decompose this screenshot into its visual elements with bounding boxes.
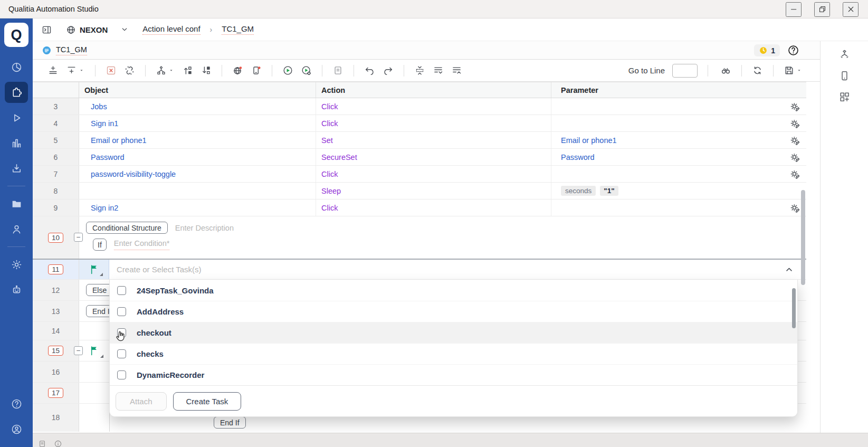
chevron-down-icon[interactable]: [120, 25, 129, 34]
restore-button[interactable]: [814, 2, 830, 17]
if-chip[interactable]: If: [93, 239, 107, 251]
help-button[interactable]: [787, 44, 799, 56]
sidebar-dashboard[interactable]: [5, 56, 28, 78]
object-value[interactable]: Password: [91, 153, 125, 161]
expand-all-button[interactable]: [431, 63, 446, 78]
run-debug-button[interactable]: [299, 63, 314, 78]
conditional-structure-chip[interactable]: Conditional Structure: [86, 222, 168, 234]
collapse-toggle[interactable]: –: [74, 346, 83, 355]
redo-button[interactable]: [380, 63, 396, 78]
add-grid-button[interactable]: [838, 91, 851, 103]
action-value[interactable]: Click: [321, 204, 338, 212]
dropdown-scrollbar[interactable]: [792, 288, 796, 328]
sidebar-assistant[interactable]: [5, 279, 28, 300]
hierarchy-button[interactable]: [838, 49, 851, 61]
task-option-row[interactable]: checkout: [110, 322, 797, 343]
condition-placeholder[interactable]: Enter Condition*: [114, 239, 170, 250]
sync-button[interactable]: [750, 63, 765, 78]
sidebar-profile[interactable]: [5, 419, 28, 440]
flag-cell[interactable]: [79, 340, 109, 361]
breadcrumb-testcase[interactable]: TC1_GM: [222, 24, 254, 35]
task-option-row[interactable]: DynamicRecorder: [110, 364, 797, 385]
collapse-region-button[interactable]: [412, 63, 427, 78]
sidebar-reports[interactable]: [5, 132, 28, 154]
collapse-all-button[interactable]: [449, 63, 464, 78]
task-select-input[interactable]: [109, 265, 737, 274]
move-up-button[interactable]: [180, 63, 195, 78]
sidebar-import[interactable]: [5, 158, 28, 179]
collapse-toggle[interactable]: –: [74, 233, 83, 242]
sidebar-execute[interactable]: [5, 107, 28, 128]
task-checkbox[interactable]: [117, 349, 126, 358]
task-checkbox[interactable]: [117, 370, 126, 379]
create-task-button[interactable]: Create Task: [173, 392, 242, 411]
object-value[interactable]: Email or phone1: [91, 136, 147, 145]
action-value[interactable]: Sleep: [321, 187, 341, 195]
end-if-chip[interactable]: End If: [214, 416, 246, 429]
table-row[interactable]: 8 Sleep seconds"1": [33, 183, 806, 199]
parameter-value[interactable]: Email or phone1: [561, 136, 617, 145]
report-button[interactable]: [330, 63, 346, 78]
insert-step-button[interactable]: [64, 63, 87, 78]
sidebar-users[interactable]: [5, 218, 28, 240]
task-option-row[interactable]: AddAddress: [110, 301, 797, 322]
parameter-value[interactable]: Password: [561, 153, 595, 161]
table-row[interactable]: 4 Sign in1 Click: [33, 115, 806, 132]
sidebar-projects[interactable]: [5, 193, 28, 214]
move-down-button[interactable]: [198, 63, 214, 78]
action-value[interactable]: Set: [321, 136, 333, 145]
find-button[interactable]: [718, 63, 733, 78]
row-settings-button[interactable]: [789, 117, 801, 129]
panel-toggle-button[interactable]: [39, 22, 54, 37]
undo-button[interactable]: [362, 63, 377, 78]
app-logo[interactable]: Q: [4, 23, 28, 47]
object-value[interactable]: password-visibility-toggle: [91, 170, 176, 178]
task-picker-row[interactable]: 11: [33, 259, 806, 280]
flag-cell[interactable]: [79, 260, 109, 279]
row-settings-button[interactable]: [789, 134, 801, 146]
row-settings-button[interactable]: [789, 151, 801, 163]
mobile-recorder-button[interactable]: [249, 63, 264, 78]
row-settings-button[interactable]: [789, 100, 801, 112]
web-recorder-button[interactable]: [230, 63, 245, 78]
action-value[interactable]: SecureSet: [321, 153, 357, 161]
table-scrollbar[interactable]: [801, 190, 805, 285]
task-select-combobox[interactable]: [109, 260, 806, 279]
table-row[interactable]: 5 Email or phone1 Set Email or phone1: [33, 132, 806, 149]
task-option-row[interactable]: checks: [110, 343, 797, 364]
run-button[interactable]: [280, 63, 295, 78]
action-value[interactable]: Click: [321, 170, 338, 178]
object-value[interactable]: Jobs: [91, 102, 107, 111]
task-checkbox[interactable]: [117, 286, 126, 295]
action-value[interactable]: Click: [321, 102, 338, 111]
row-settings-button[interactable]: [789, 202, 801, 214]
description-placeholder[interactable]: Enter Description: [175, 224, 234, 232]
table-row[interactable]: 9 Sign in2 Click: [33, 199, 806, 216]
add-step-button[interactable]: [45, 63, 61, 78]
unlink-button[interactable]: [122, 63, 137, 78]
tab-tc1-gm[interactable]: TC1_GM: [33, 41, 94, 59]
breadcrumb-folder[interactable]: Action level conf: [142, 24, 200, 35]
collapse-dropdown-button[interactable]: [784, 264, 794, 274]
object-value[interactable]: Sign in2: [91, 204, 118, 212]
minimize-button[interactable]: [786, 2, 802, 17]
attach-button[interactable]: Attach: [116, 392, 167, 411]
conditional-structure-button[interactable]: [154, 63, 177, 78]
close-button[interactable]: [843, 2, 859, 17]
table-row[interactable]: 7 password-visibility-toggle Click: [33, 166, 806, 183]
goto-line-input[interactable]: [672, 64, 698, 78]
sidebar-develop[interactable]: [5, 82, 28, 103]
task-option-row[interactable]: 24SepTask_Govinda: [110, 280, 797, 301]
task-checkbox[interactable]: [117, 307, 126, 316]
sidebar-help[interactable]: [5, 393, 28, 414]
object-value[interactable]: Sign in1: [91, 119, 118, 128]
delete-step-button[interactable]: [103, 63, 119, 78]
row-settings-button[interactable]: [789, 168, 801, 180]
execution-timer-badge[interactable]: 1: [754, 44, 780, 56]
conditional-structure-row[interactable]: 10– Conditional Structure Enter Descript…: [33, 216, 806, 259]
sidebar-settings[interactable]: [5, 254, 28, 275]
table-row[interactable]: 6 Password SecureSet Password: [33, 149, 806, 166]
project-selector[interactable]: NEXON: [66, 25, 108, 35]
table-row[interactable]: 3 Jobs Click: [33, 98, 806, 115]
device-button[interactable]: [838, 70, 851, 82]
